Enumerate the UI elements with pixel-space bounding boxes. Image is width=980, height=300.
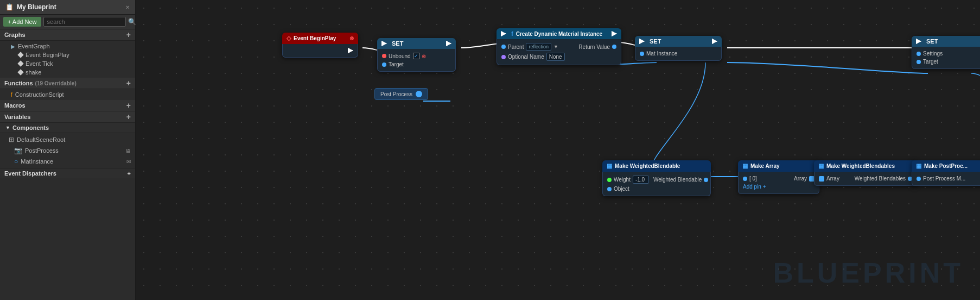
macros-section-header[interactable]: Macros +: [0, 100, 135, 111]
event-begin-play-item[interactable]: Event BeginPlay: [0, 51, 135, 59]
post-process-pin[interactable]: [416, 91, 422, 97]
create-dynamic-header: f Create Dynamic Material Instance: [497, 28, 621, 39]
make-weighted-blendable-pin[interactable]: [704, 178, 708, 182]
functions-section-header[interactable]: Functions (19 Overridable) +: [0, 78, 135, 89]
event-tick-label: Event Tick: [26, 60, 53, 67]
set1-target-label: Target: [389, 61, 404, 67]
event-tick-item[interactable]: Event Tick: [0, 59, 135, 68]
post-process-item[interactable]: 📷 PostProcess 🖥: [0, 145, 135, 156]
set3-body: Settings Target: [912, 47, 980, 69]
components-section: ⊞ DefaultSceneRoot 📷 PostProcess 🖥 ○ Mat…: [0, 133, 135, 168]
search-input[interactable]: [43, 17, 126, 27]
make-weighted-object-pin[interactable]: [607, 187, 612, 191]
make-wb-out-label: Weighted Blendables: [855, 176, 906, 182]
set3-header: SET: [912, 36, 980, 47]
set1-exec-in[interactable]: [381, 41, 387, 46]
graphs-section-header[interactable]: Graphs +: [0, 29, 135, 41]
create-return-pin[interactable]: [612, 45, 616, 49]
create-optional-row: Optional Name None: [501, 52, 616, 62]
post-process-icon: 📷: [14, 147, 22, 154]
make-weighted-node[interactable]: ▦ Make WeightedBlendable Weight -1.0 Wei…: [602, 160, 711, 196]
set3-target-pin[interactable]: [917, 60, 921, 64]
exec-out-pin[interactable]: [348, 48, 353, 53]
make-weightedblendables-title: Make WeightedBlendables: [826, 163, 895, 169]
functions-label: Functions: [4, 80, 33, 86]
make-array-add-pin-label[interactable]: Add pin +: [743, 184, 766, 190]
set1-checkbox[interactable]: ✓: [413, 53, 419, 59]
macros-add-button[interactable]: +: [126, 102, 131, 109]
create-exec-out[interactable]: [612, 31, 617, 36]
post-process-label: Post Process: [380, 91, 412, 97]
set2-body: Mat Instance: [635, 47, 722, 61]
create-dynamic-body: Parent reflection ▼ Return Value Optiona…: [497, 39, 621, 65]
event-begin-play-node[interactable]: ◇ Event BeginPlay ⊗: [282, 33, 358, 58]
scene-root-icon: ⊞: [9, 136, 14, 143]
create-dynamic-node[interactable]: f Create Dynamic Material Instance Paren…: [497, 28, 621, 65]
set2-exec-out[interactable]: [712, 39, 717, 44]
blueprint-watermark: BLUEPRINT: [773, 257, 964, 289]
set1-unbound-pin[interactable]: [382, 54, 386, 58]
make-wb-array-in-pin[interactable]: [819, 176, 824, 182]
set3-settings-pin[interactable]: [917, 52, 921, 56]
set1-target-pin[interactable]: [382, 62, 386, 67]
set2-mat-pin[interactable]: [640, 52, 644, 56]
graphs-add-button[interactable]: +: [126, 31, 131, 39]
event-begin-play-header: ◇ Event BeginPlay ⊗: [282, 33, 358, 44]
set3-exec-in[interactable]: [916, 39, 921, 44]
make-postproc-pp-pin[interactable]: [917, 177, 921, 181]
components-subsection-header[interactable]: ▼ Components: [0, 123, 135, 133]
make-array-node[interactable]: ▦ Make Array [ 0] Array Add pin +: [738, 160, 819, 194]
event-begin-play-title: Event BeginPlay: [294, 35, 336, 41]
set1-exec-out[interactable]: [446, 41, 451, 46]
set1-unbound-row: Unbound ✓ ⊗: [382, 52, 451, 60]
make-weightedblendables-icon: ▦: [818, 162, 824, 170]
make-weighted-object-label: Object: [614, 186, 629, 192]
default-scene-root-item[interactable]: ⊞ DefaultSceneRoot: [0, 134, 135, 145]
set2-node[interactable]: SET Mat Instance: [635, 36, 722, 61]
set1-body: Unbound ✓ ⊗ Target: [377, 49, 456, 72]
create-exec-in[interactable]: [501, 31, 506, 36]
create-func-icon: f: [511, 30, 513, 37]
make-array-index-pin[interactable]: [743, 177, 747, 181]
functions-add-button[interactable]: +: [126, 79, 131, 87]
variables-label: Variables: [4, 114, 30, 120]
search-button[interactable]: 🔍: [128, 18, 136, 26]
construction-script-item[interactable]: f ConstructionScript: [0, 90, 135, 99]
construction-script-label: ConstructionScript: [15, 91, 64, 98]
chevron-icon: ▼: [5, 125, 10, 130]
make-array-out-label: Array: [794, 176, 807, 182]
set3-target-row: Target: [917, 58, 980, 66]
set2-mat-label: Mat Instance: [646, 51, 677, 57]
shake-item[interactable]: shake: [0, 68, 135, 77]
variables-add-button[interactable]: +: [126, 113, 131, 121]
post-process-node[interactable]: Post Process: [374, 88, 428, 100]
set3-settings-row: Settings: [917, 49, 980, 58]
set2-exec-in[interactable]: [639, 39, 645, 44]
event-dispatchers-add-button[interactable]: +: [128, 170, 131, 177]
event-graph-item[interactable]: ▶ EventGraph: [0, 42, 135, 51]
set3-node[interactable]: SET Settings Target: [912, 36, 980, 69]
variables-section-header[interactable]: Variables +: [0, 111, 135, 123]
add-new-button[interactable]: + Add New: [3, 17, 41, 27]
post-process-label: PostProcess: [25, 147, 59, 154]
make-postproc-node[interactable]: ▦ Make PostProc... Post Process M...: [912, 160, 980, 186]
create-optional-pin[interactable]: [501, 55, 506, 59]
make-array-addpin-row[interactable]: Add pin +: [743, 183, 814, 191]
create-parent-label: Parent: [508, 44, 524, 50]
create-parent-value: reflection: [526, 43, 551, 51]
set1-node[interactable]: SET Unbound ✓ ⊗ Target: [377, 38, 456, 72]
event-dispatchers-header[interactable]: Event Dispatchers +: [0, 168, 135, 178]
sidebar: 📋 My Blueprint ✕ + Add New 🔍 👁 ⚙ Graphs …: [0, 0, 136, 300]
create-parent-pin[interactable]: [501, 45, 506, 49]
create-parent-dropdown[interactable]: ▼: [553, 44, 558, 49]
macros-label: Macros: [4, 102, 26, 109]
make-weighted-weight-row: Weight -1.0 Weighted Blendable: [607, 174, 706, 185]
create-dynamic-title: Create Dynamic Material Instance: [516, 31, 603, 37]
blueprint-canvas[interactable]: ◇ Event BeginPlay ⊗ SET Unbound: [136, 0, 980, 300]
mat-instance-item[interactable]: ○ MatInstance ✉: [0, 156, 135, 167]
make-weightedblendables-header: ▦ Make WeightedBlendables: [814, 160, 917, 172]
make-weighted-weight-pin[interactable]: [607, 178, 612, 182]
func-icon: f: [11, 92, 12, 98]
make-weightedblendables-node[interactable]: ▦ Make WeightedBlendables Array Weighted…: [814, 160, 917, 186]
mat-instance-icon: ○: [14, 158, 18, 165]
